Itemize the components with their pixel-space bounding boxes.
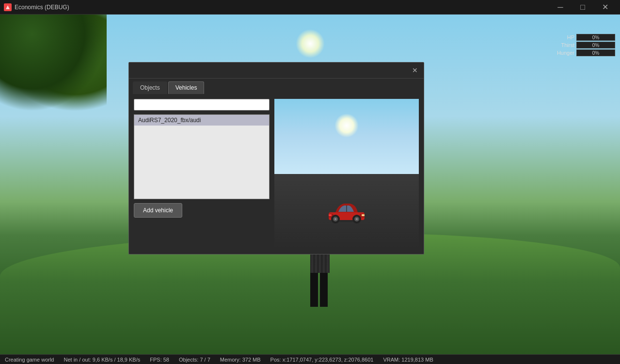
status-memory: Memory: 372 MB (220, 357, 261, 363)
dialog-tabs: Objects Vehicles (129, 79, 424, 94)
svg-rect-7 (329, 214, 332, 216)
svg-point-13 (356, 218, 358, 220)
tab-vehicles[interactable]: Vehicles (168, 81, 205, 94)
sun-decoration (296, 29, 325, 58)
thirst-row: Thirst 0% (555, 42, 615, 48)
status-creating: Creating game world (5, 357, 54, 363)
thirst-value: 0% (576, 42, 615, 48)
hud-panel: HP 0% Thirst 0% Hunger (555, 34, 615, 56)
app-icon (4, 3, 12, 11)
hp-value: 0% (576, 34, 615, 41)
list-item[interactable]: AudiRS7_2020_fbx/audi (134, 115, 269, 126)
tab-objects[interactable]: Objects (133, 81, 167, 94)
status-objects: Objects: 7 / 7 (179, 357, 210, 363)
hunger-row: Hunger 0% (555, 49, 615, 56)
left-panel: AudiRS7_2020_fbx/audi Add vehicle (134, 99, 270, 249)
status-net: Net in / out: 9,6 KB/s / 18,9 KB/s (64, 357, 141, 363)
maximize-button[interactable]: □ (572, 0, 594, 15)
thirst-label: Thirst (555, 42, 574, 48)
dialog-close-button[interactable]: ✕ (410, 65, 420, 75)
hunger-label: Hunger (555, 50, 574, 56)
dialog-body: AudiRS7_2020_fbx/audi Add vehicle (129, 94, 424, 254)
character-right-leg (320, 273, 328, 307)
svg-rect-5 (362, 214, 365, 216)
hp-label: HP (555, 34, 574, 40)
status-bar: Creating game world Net in / out: 9,6 KB… (0, 354, 620, 364)
character-left-leg (310, 273, 318, 307)
car-preview (325, 198, 368, 226)
thirst-bar: 0% (576, 42, 615, 48)
window-controls: ─ □ ✕ (549, 0, 616, 15)
add-vehicle-button[interactable]: Add vehicle (134, 203, 182, 218)
preview-sun (334, 113, 359, 138)
hunger-value: 0% (576, 49, 615, 56)
game-viewport: HP 0% Thirst 0% Hunger (0, 15, 620, 354)
hp-bar: 0% (576, 34, 615, 41)
hp-row: HP 0% (555, 34, 615, 41)
hunger-bar: 0% (576, 49, 615, 56)
minimize-button[interactable]: ─ (549, 0, 572, 15)
vehicle-dialog: ✕ Objects Vehicles AudiRS7_2020_fbx/audi… (128, 62, 424, 254)
foliage-decoration (0, 15, 107, 111)
vehicle-list[interactable]: AudiRS7_2020_fbx/audi (134, 114, 270, 199)
title-bar: Economics (DEBUG) ─ □ ✕ (0, 0, 620, 15)
svg-point-10 (334, 218, 336, 220)
status-pos: Pos: x:1717,0747, y:223,6273, z:2076,860… (270, 357, 374, 363)
preview-sky (274, 99, 419, 174)
svg-marker-0 (6, 5, 10, 9)
status-fps: FPS: 58 (150, 357, 169, 363)
status-vram: VRAM: 1219,813 MB (383, 357, 433, 363)
character-legs (310, 273, 330, 307)
window-title: Economics (DEBUG) (15, 4, 549, 11)
close-button[interactable]: ✕ (594, 0, 616, 15)
vehicle-preview-panel (274, 99, 419, 249)
search-input[interactable] (134, 99, 270, 111)
preview-ground (274, 174, 419, 249)
car-svg (325, 198, 368, 224)
dialog-header: ✕ (129, 63, 424, 79)
